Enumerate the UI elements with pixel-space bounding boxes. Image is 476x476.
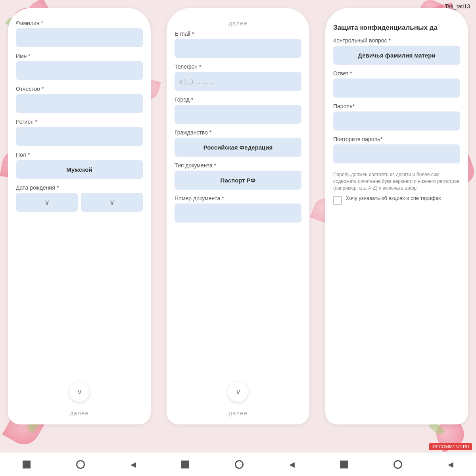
dalye-bottom-1[interactable]: далее [16, 406, 143, 416]
field-otchestvo: Отчество * [16, 86, 143, 113]
panel-1: Фамилия * Имя * Отчество * Регион * Пол … [0, 0, 159, 476]
field-phone: Телефон * [175, 63, 301, 91]
field-dob: Дата рождения * ∨ ∨ [16, 184, 143, 212]
nav-bar-1: ◀ [0, 452, 159, 476]
select-citizenship[interactable]: Российская Федерация [175, 138, 301, 157]
label-imya: Имя * [16, 53, 143, 59]
nav-square-icon-3[interactable] [340, 461, 348, 468]
label-password: Пароль* [333, 103, 460, 109]
label-region: Регион * [16, 119, 143, 125]
label-doctype: Тип документа * [175, 162, 301, 169]
nav-back-icon-3[interactable]: ◀ [448, 460, 453, 469]
input-familiya[interactable] [16, 28, 143, 47]
field-email: E-mail * [175, 31, 301, 58]
nav-square-icon-1[interactable] [23, 461, 31, 468]
label-email: E-mail * [175, 31, 301, 37]
input-answer[interactable] [333, 79, 460, 98]
select-pol[interactable]: Мужской [16, 160, 143, 179]
main-container: Фамилия * Имя * Отчество * Регион * Пол … [0, 0, 476, 476]
label-city: Город * [175, 96, 301, 103]
input-docnum[interactable] [175, 203, 301, 223]
chevron-month: ∨ [109, 198, 115, 207]
checkbox-promo-label: Хочу узнавать об акциях и спе тарифах [346, 195, 441, 201]
label-otchestvo: Отчество * [16, 86, 143, 92]
date-month[interactable]: ∨ [81, 193, 143, 212]
field-region: Регион * [16, 119, 143, 146]
card-2: далее E-mail * Телефон * Город * Граждан… [167, 8, 309, 424]
nav-square-icon-2[interactable] [181, 461, 189, 468]
chevron-down-icon: ∨ [77, 388, 82, 396]
section-title-privacy: Защита конфиденциальных да [333, 24, 460, 32]
field-city: Город * [175, 96, 301, 124]
irecommend-badge: iRECOMMEND.RU [429, 443, 472, 450]
field-doctype: Тип документа * Паспорт РФ [175, 162, 301, 190]
field-password: Пароль* [333, 103, 460, 131]
panel-3: Защита конфиденциальных да Контрольный в… [317, 0, 476, 476]
panel-2: далее E-mail * Телефон * Город * Граждан… [159, 0, 317, 476]
date-row: ∨ ∨ [16, 193, 143, 212]
nav-bar-3: ◀ [317, 452, 476, 476]
label-password-repeat: Повторите пароль* [333, 136, 460, 142]
input-imya[interactable] [16, 61, 143, 80]
label-citizenship: Гражданство * [175, 129, 301, 136]
nav-home-icon-3[interactable] [393, 460, 402, 469]
label-docnum: Номер документа * [175, 195, 301, 202]
card-3: Защита конфиденциальных да Контрольный в… [325, 8, 468, 424]
nav-bar-2: ◀ [159, 452, 317, 476]
label-security-question: Контрольный вопрос * [333, 37, 460, 44]
input-phone[interactable] [175, 72, 301, 91]
field-security-question: Контрольный вопрос * Девичья фамилия мат… [333, 37, 460, 65]
date-day[interactable]: ∨ [16, 193, 78, 212]
label-pol: Пол * [16, 152, 143, 158]
nav-back-icon-2[interactable]: ◀ [289, 460, 295, 469]
nav-home-icon-1[interactable] [76, 460, 85, 469]
select-doctype[interactable]: Паспорт РФ [175, 171, 301, 190]
label-familiya: Фамилия * [16, 20, 143, 26]
field-docnum: Номер документа * [175, 195, 301, 223]
label-dob: Дата рождения * [16, 184, 143, 191]
nav-home-icon-2[interactable] [235, 460, 244, 469]
checkbox-promo-row: Хочу узнавать об акциях и спе тарифах [333, 195, 460, 205]
input-otchestvo[interactable] [16, 94, 143, 113]
field-citizenship: Гражданство * Российская Федерация [175, 129, 301, 157]
label-phone: Телефон * [175, 63, 301, 70]
card-1: Фамилия * Имя * Отчество * Регион * Пол … [8, 8, 151, 424]
username: Tati_tati13 [445, 3, 470, 10]
field-imya: Имя * [16, 53, 143, 80]
input-password-repeat[interactable] [333, 144, 460, 163]
input-email[interactable] [175, 39, 301, 58]
dalye-bottom-2[interactable]: далее [175, 406, 301, 416]
scroll-down-btn-1[interactable]: ∨ [69, 382, 89, 402]
checkbox-promo[interactable] [333, 196, 342, 205]
select-security-question[interactable]: Девичья фамилия матери [333, 46, 460, 65]
password-hint-text: Пароль должен состоять из десяти и более… [333, 171, 460, 191]
field-familiya: Фамилия * [16, 20, 143, 47]
dalye-top-2: далее [175, 20, 301, 27]
input-password[interactable] [333, 111, 460, 131]
field-pol: Пол * Мужской [16, 152, 143, 179]
input-region[interactable] [16, 127, 143, 146]
label-answer: Ответ * [333, 70, 460, 77]
field-answer: Ответ * [333, 70, 460, 98]
field-password-repeat: Повторите пароль* [333, 136, 460, 163]
nav-back-icon-1[interactable]: ◀ [131, 460, 136, 469]
input-city[interactable] [175, 105, 301, 124]
scroll-down-btn-2[interactable]: ∨ [228, 382, 248, 402]
chevron-day: ∨ [44, 198, 50, 207]
chevron-down-icon-2: ∨ [236, 388, 241, 396]
